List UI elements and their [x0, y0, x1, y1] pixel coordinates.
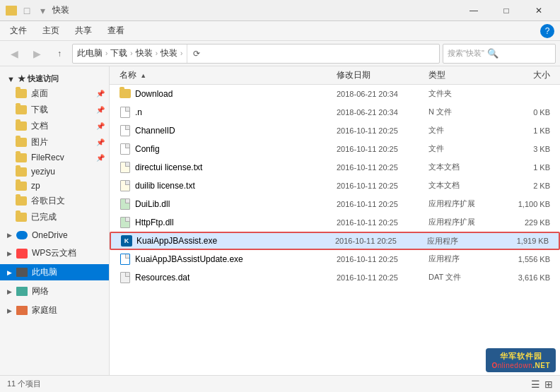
- search-placeholder: 搜索"快装": [448, 48, 484, 59]
- table-row[interactable]: .n 2018-06-21 20:34 N 文件 0 KB: [110, 103, 560, 121]
- file-type: 应用程序扩展: [426, 197, 496, 210]
- table-row[interactable]: Download 2018-06-21 20:34 文件夹: [110, 85, 560, 103]
- homegroup-icon: [16, 306, 28, 315]
- close-button[interactable]: ✕: [523, 0, 554, 21]
- breadcrumb-kuaizhuang2[interactable]: 快装: [161, 47, 177, 59]
- folder-icon: [16, 196, 27, 206]
- file-name: DuiLib.dll: [135, 199, 331, 209]
- view-grid-button[interactable]: ⊞: [544, 379, 553, 390]
- sidebar-item-label: 谷歌日文: [31, 195, 65, 207]
- col-header-date[interactable]: 修改日期: [334, 68, 426, 83]
- table-row[interactable]: KuaiAppJBAssistUpdate.exe 2016-10-11 20:…: [110, 250, 560, 268]
- maximize-button[interactable]: □: [491, 0, 522, 21]
- file-name: Download: [135, 89, 331, 99]
- sidebar-item-onedrive[interactable]: ▶ OneDrive: [0, 228, 109, 242]
- breadcrumb-kuaizhuang1[interactable]: 快装: [136, 47, 153, 59]
- pin-icon: 📌: [96, 122, 105, 130]
- table-row[interactable]: HttpFtp.dll 2016-10-11 20:25 应用程序扩展 229 …: [110, 213, 560, 232]
- search-bar[interactable]: 搜索"快装" 🔍: [443, 44, 556, 64]
- sidebar-item-label: FileRecv: [31, 153, 64, 162]
- file-date: 2016-10-11 20:25: [334, 254, 426, 265]
- col-header-name[interactable]: 名称 ▲: [117, 68, 334, 83]
- txt-icon: [120, 180, 130, 191]
- sidebar-item-yiwancheng[interactable]: 已完成: [0, 209, 109, 225]
- table-row[interactable]: duilib license.txt 2016-10-11 20:25 文本文档…: [110, 177, 560, 195]
- table-row[interactable]: Config 2016-10-11 20:25 文件 3 KB: [110, 140, 560, 158]
- title-bar-icon3: ▾: [37, 5, 48, 16]
- chevron-right-icon: ▶: [7, 232, 12, 239]
- sidebar-section-computer: ▶ 此电脑: [0, 264, 109, 280]
- sidebar-item-gugerizhi[interactable]: 谷歌日文: [0, 193, 109, 209]
- sidebar-item-pictures[interactable]: 图片 📌: [0, 134, 109, 150]
- sidebar-header-quickaccess[interactable]: ▼ ★ 快速访问: [0, 71, 109, 85]
- minimize-button[interactable]: —: [458, 0, 489, 21]
- file-icon: [120, 143, 130, 155]
- sidebar-item-zp[interactable]: zp: [0, 179, 109, 193]
- file-name: KuaiAppJBAssist.exe: [136, 236, 329, 246]
- sidebar-item-computer[interactable]: ▶ 此电脑: [0, 264, 109, 280]
- folder-icon: [16, 182, 27, 191]
- sidebar-item-downloads[interactable]: 下载 📌: [0, 102, 109, 118]
- sort-arrow-icon: ▲: [140, 72, 146, 79]
- address-bar[interactable]: 此电脑 › 下载 › 快装 › 快装 › ⟳: [72, 44, 440, 64]
- sidebar-item-desktop[interactable]: 桌面 📌: [0, 85, 109, 102]
- sidebar-section-quickaccess: ▼ ★ 快速访问 桌面 📌 下载 📌 文档 📌 图片 📌: [0, 71, 109, 225]
- sep2: ›: [130, 49, 132, 57]
- col-header-size[interactable]: 大小: [496, 68, 553, 83]
- file-date: 2018-06-21 20:34: [334, 107, 426, 118]
- menu-bar: 文件 主页 共享 查看 ?: [0, 21, 560, 41]
- window-controls: — □ ✕: [458, 0, 554, 21]
- folder-icon: [16, 138, 27, 147]
- menu-share[interactable]: 共享: [68, 22, 99, 40]
- sep4: ›: [180, 49, 182, 57]
- file-type: N 文件: [426, 105, 496, 119]
- sidebar-item-label: 已完成: [31, 211, 57, 223]
- file-size: [496, 93, 553, 95]
- table-row[interactable]: directui license.txt 2016-10-11 20:25 文本…: [110, 158, 560, 177]
- sidebar-item-label: 文档: [31, 120, 48, 132]
- up-button[interactable]: ↑: [49, 44, 69, 64]
- breadcrumb-computer[interactable]: 此电脑: [77, 47, 103, 59]
- view-list-button[interactable]: ☰: [531, 379, 540, 390]
- file-size: 1 KB: [496, 125, 553, 136]
- title-bar-icon: [6, 5, 17, 16]
- menu-view[interactable]: 查看: [100, 22, 132, 40]
- back-button[interactable]: ◀: [4, 44, 24, 64]
- table-row[interactable]: ChannelID 2016-10-11 20:25 文件 1 KB: [110, 121, 560, 140]
- table-row[interactable]: DuiLib.dll 2016-10-11 20:25 应用程序扩展 1,100…: [110, 195, 560, 213]
- sidebar-item-label: 桌面: [31, 88, 48, 100]
- breadcrumb-download[interactable]: 下载: [110, 47, 127, 59]
- menu-file[interactable]: 文件: [3, 22, 34, 40]
- col-header-type[interactable]: 类型: [426, 68, 496, 83]
- sidebar-section-onedrive: ▶ OneDrive: [0, 228, 109, 242]
- chevron-right-icon: ▶: [7, 250, 12, 257]
- search-icon[interactable]: 🔍: [487, 48, 498, 59]
- exe-icon: K: [121, 235, 132, 247]
- forward-button[interactable]: ▶: [27, 44, 47, 64]
- file-icon: [120, 107, 130, 118]
- file-type: DAT 文件: [426, 271, 496, 284]
- folder-icon: [119, 89, 131, 98]
- sidebar-item-wps[interactable]: ▶ WPS云文档: [0, 245, 109, 261]
- sidebar-item-label: 此电脑: [32, 266, 57, 278]
- file-size: 1,556 KB: [496, 254, 553, 265]
- status-bar: 11 个项目 ☰ ⊞: [0, 375, 560, 392]
- pin-icon: 📌: [96, 90, 105, 97]
- sidebar-item-homegroup[interactable]: ▶ 家庭组: [0, 302, 109, 319]
- address-refresh-button[interactable]: ⟳: [187, 44, 205, 63]
- table-row[interactable]: K KuaiAppJBAssist.exe 2016-10-11 20:25 应…: [110, 232, 560, 250]
- sidebar-item-network[interactable]: ▶ 网络: [0, 283, 109, 299]
- menu-home[interactable]: 主页: [35, 22, 66, 40]
- file-area: 名称 ▲ 修改日期 类型 大小 Download 2018-06-21 20:3…: [110, 66, 560, 375]
- sidebar-item-yeziyu[interactable]: yeziyu: [0, 165, 109, 179]
- watermark-bottom: Onlinedown.NET: [491, 362, 550, 369]
- sidebar-section-wps: ▶ WPS云文档: [0, 245, 109, 261]
- watermark-suffix: .NET: [532, 362, 550, 369]
- sidebar-item-filerecv[interactable]: FileRecv 📌: [0, 150, 109, 165]
- table-row[interactable]: Resources.dat 2016-10-11 20:25 DAT 文件 3,…: [110, 268, 560, 287]
- sep1: ›: [105, 49, 107, 57]
- sidebar-item-documents[interactable]: 文档 📌: [0, 118, 109, 134]
- folder-icon: [16, 213, 27, 222]
- help-button[interactable]: ?: [540, 24, 554, 38]
- file-name: Config: [135, 144, 331, 154]
